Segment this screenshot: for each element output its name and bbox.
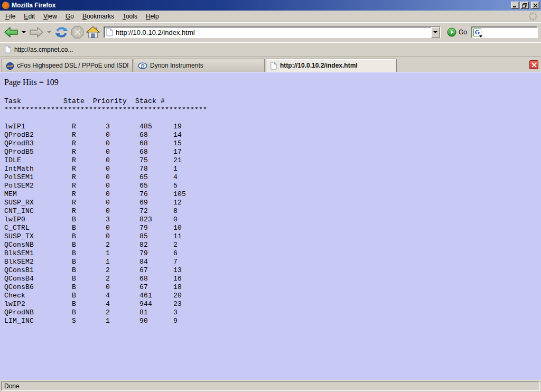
back-button[interactable] bbox=[3, 25, 19, 39]
status-text: Done bbox=[4, 382, 20, 390]
close-tab-icon bbox=[531, 62, 537, 68]
cell-task: SUSP_RX bbox=[4, 199, 72, 207]
url-input[interactable] bbox=[116, 27, 431, 37]
cell-stack: 69 bbox=[139, 199, 173, 207]
url-dropdown-button[interactable] bbox=[431, 27, 440, 38]
home-icon bbox=[86, 26, 100, 39]
cell-state: B bbox=[72, 258, 106, 266]
cell-state: B bbox=[72, 300, 106, 309]
cell-priority: 0 bbox=[106, 199, 139, 207]
cell-priority: 0 bbox=[106, 190, 139, 199]
table-row: QProdB3R06815 bbox=[4, 139, 537, 148]
search-input[interactable] bbox=[484, 29, 537, 36]
cell-stack: 81 bbox=[139, 309, 173, 317]
tab-2[interactable]: DDynon Instruments bbox=[134, 59, 265, 72]
forward-button[interactable] bbox=[29, 25, 44, 39]
cell-state: R bbox=[72, 199, 106, 207]
cell-task: QConsB1 bbox=[4, 266, 72, 275]
back-dropdown-caret[interactable] bbox=[22, 31, 26, 33]
page-icon bbox=[106, 28, 114, 36]
go-button[interactable] bbox=[447, 27, 456, 37]
menu-file[interactable]: File bbox=[1, 11, 20, 22]
cell-priority: 2 bbox=[106, 266, 139, 275]
cell-num: 8 bbox=[173, 207, 537, 216]
tab-3-active[interactable]: http://10.0.10.2/index.html bbox=[266, 59, 397, 72]
table-row: SUSP_TXB08511 bbox=[4, 232, 537, 241]
bookmark-item[interactable]: http://as.cmpnet.co... bbox=[4, 45, 73, 53]
cell-task: LIM_INC bbox=[4, 317, 72, 325]
table-row: CheckB446120 bbox=[4, 292, 537, 300]
cell-num: 9 bbox=[173, 317, 537, 325]
svg-text:D: D bbox=[141, 63, 145, 69]
table-row: lwIP2B494423 bbox=[4, 300, 537, 309]
firefox-window: Mozilla Firefox FileEditViewGoBookmarksT… bbox=[0, 0, 541, 392]
table-row: QProdB2R06814 bbox=[4, 131, 537, 139]
home-button[interactable] bbox=[86, 25, 100, 39]
menu-help[interactable]: Help bbox=[142, 11, 163, 22]
menu-go[interactable]: Go bbox=[61, 11, 78, 22]
cell-task: QProdB5 bbox=[4, 148, 72, 156]
cell-stack: 485 bbox=[139, 123, 173, 131]
cell-task: IDLE bbox=[4, 156, 72, 165]
go-label[interactable]: Go bbox=[459, 29, 467, 36]
menu-bar: FileEditViewGoBookmarksToolsHelp bbox=[0, 11, 541, 22]
cell-state: R bbox=[72, 207, 106, 216]
tab-1[interactable]: cFos Highspeed DSL / PPPoE und ISDN CAP.… bbox=[2, 59, 133, 72]
cell-stack: 68 bbox=[139, 275, 173, 283]
cell-task: lwIP0 bbox=[4, 216, 72, 224]
cell-stack: 72 bbox=[139, 207, 173, 216]
cell-stack: 65 bbox=[139, 182, 173, 190]
cfos-icon bbox=[6, 61, 14, 70]
cell-state: R bbox=[72, 139, 106, 148]
cell-priority: 0 bbox=[106, 182, 139, 190]
cell-num: 11 bbox=[173, 232, 537, 241]
menu-edit[interactable]: Edit bbox=[20, 11, 39, 22]
cell-num: 20 bbox=[173, 292, 537, 300]
stop-button[interactable] bbox=[70, 25, 85, 39]
forward-dropdown-caret[interactable] bbox=[47, 31, 51, 33]
table-row: QConsB1B26713 bbox=[4, 266, 537, 275]
cell-stack: 68 bbox=[139, 139, 173, 148]
cell-stack: 76 bbox=[139, 190, 173, 199]
cell-state: B bbox=[72, 232, 106, 241]
menu-view[interactable]: View bbox=[39, 11, 61, 22]
cell-num: 21 bbox=[173, 156, 537, 165]
cell-priority: 0 bbox=[106, 232, 139, 241]
restore-icon bbox=[522, 3, 527, 8]
cell-priority: 0 bbox=[106, 156, 139, 165]
table-row: IDLER07521 bbox=[4, 156, 537, 165]
menu-tools[interactable]: Tools bbox=[118, 11, 142, 22]
cell-state: R bbox=[72, 148, 106, 156]
cell-priority: 4 bbox=[106, 292, 139, 300]
table-row: QProdB5R06817 bbox=[4, 148, 537, 156]
close-tab-button[interactable] bbox=[529, 60, 538, 69]
table-row: lwIP1R348519 bbox=[4, 123, 537, 131]
close-icon bbox=[533, 3, 538, 8]
cell-num: 7 bbox=[173, 258, 537, 266]
task-rows: lwIP1R348519QProdB2R06814QProdB3R06815QP… bbox=[4, 123, 537, 325]
minimize-button[interactable] bbox=[511, 2, 519, 9]
cell-priority: 1 bbox=[106, 258, 139, 266]
google-icon[interactable]: G bbox=[473, 29, 481, 36]
cell-num: 3 bbox=[173, 309, 537, 317]
search-box: G bbox=[471, 26, 538, 38]
cell-priority: 0 bbox=[106, 139, 139, 148]
cell-num: 15 bbox=[173, 139, 537, 148]
table-row: BlkSEM1B1796 bbox=[4, 249, 537, 258]
table-row: QProdNBB2813 bbox=[4, 309, 537, 317]
cell-stack: 461 bbox=[139, 292, 173, 300]
status-panel: Done bbox=[1, 381, 540, 391]
reload-button[interactable] bbox=[54, 25, 69, 40]
close-button[interactable] bbox=[531, 2, 539, 9]
cell-stack: 68 bbox=[139, 148, 173, 156]
cell-task: MEM bbox=[4, 190, 72, 199]
tab-label: cFos Highspeed DSL / PPPoE und ISDN CAP.… bbox=[17, 62, 128, 69]
dynon-icon: D bbox=[138, 62, 147, 69]
menu-bookmarks[interactable]: Bookmarks bbox=[78, 11, 118, 22]
cell-task: C_CTRL bbox=[4, 224, 72, 232]
go-icon bbox=[447, 27, 456, 37]
cell-task: lwIP2 bbox=[4, 300, 72, 309]
table-row: QConsNBB2822 bbox=[4, 241, 537, 249]
cell-priority: 0 bbox=[106, 224, 139, 232]
restore-button[interactable] bbox=[520, 2, 529, 9]
